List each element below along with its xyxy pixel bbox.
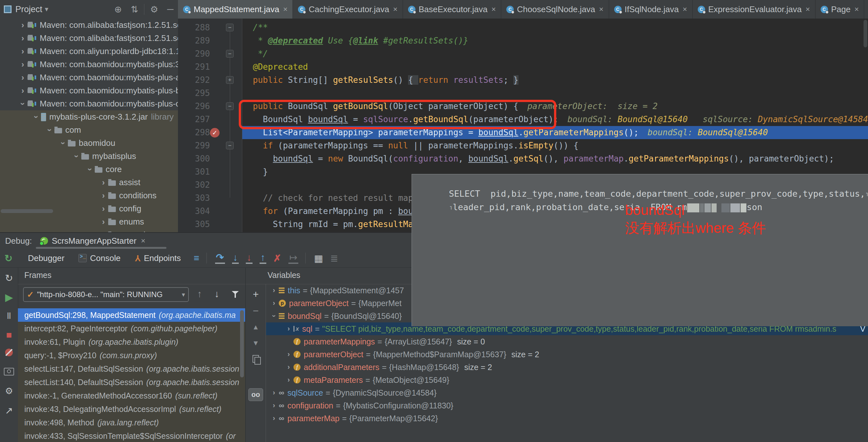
line-number[interactable]: 289 [178,34,210,47]
stack-frame-row[interactable]: query:-1, $Proxy210(com.sun.proxy) [18,349,245,362]
run-to-cursor-button[interactable]: ↦ [288,253,298,264]
line-number[interactable]: 295 [178,87,210,100]
editor-tab[interactable]: CIfSqlNode.java× [609,0,692,19]
project-panel-title[interactable]: Project [16,4,42,14]
line-number[interactable]: 304 [178,205,210,218]
chevron-collapsed-icon[interactable]: › [99,204,107,214]
editor-tab[interactable]: CCachingExecutor.java× [293,0,403,19]
variable-row[interactable]: ›fmetaParameters={MetaObject@15649} [266,374,868,386]
project-tree-item[interactable]: ›mybatis-plus-core-3.1.2.jar library [0,110,178,124]
breakpoint-icon[interactable]: ✓ [210,128,220,138]
project-tree-item[interactable]: ›Maven: com.baomidou:mybatis-plus:3 [0,58,178,71]
resume-button[interactable]: ▶ [0,292,18,303]
chevron-collapsed-icon[interactable]: › [269,414,279,422]
rerun-button[interactable]: ↻ [4,253,12,264]
pause-button[interactable]: ‖ [0,311,18,321]
tab-endpoints[interactable]: YEndpoints [135,253,181,263]
evaluate-expression-button[interactable]: ▦ [314,253,323,264]
close-icon[interactable]: × [283,5,287,14]
tab-console[interactable]: Console [79,253,120,263]
line-number[interactable]: 288 [178,21,210,34]
close-icon[interactable]: × [806,5,810,14]
gear-icon[interactable]: ⚙ [150,4,158,15]
chevron-collapsed-icon[interactable]: › [284,350,293,359]
next-frame-button[interactable]: ↓ [214,288,219,299]
fold-marker-icon[interactable]: − [226,24,234,31]
project-tree-item[interactable]: ›Maven: com.baomidou:mybatis-plus-a [0,71,178,84]
layout-icon[interactable]: ≡ [194,253,199,264]
debug-session-tab[interactable]: ScrsMangerAppStarter [52,236,136,246]
thread-selector[interactable]: ✓ "http-nio-8080-e... "main": RUNNING ▾ [23,287,189,302]
project-tree-item[interactable]: ›Maven: com.baomidou:mybatis-plus-b [0,84,178,97]
chevron-expanded-icon[interactable]: › [85,165,95,174]
duplicate-watch-button[interactable] [246,355,266,364]
close-icon[interactable]: × [141,236,145,245]
chevron-collapsed-icon[interactable]: › [269,388,279,397]
layout-settings-icon[interactable]: ≣ [330,253,338,264]
mute-breakpoints-button[interactable] [0,349,18,358]
line-number[interactable]: 302 [178,178,210,192]
line-number[interactable]: 300 [178,152,210,165]
chevron-expanded-icon[interactable]: › [31,113,41,121]
variable-row[interactable]: ›fadditionalParameters={HashMap@15648}si… [266,361,868,374]
stack-frame-row[interactable]: intercept:82, PageInterceptor(com.github… [18,322,245,335]
fold-marker-icon[interactable]: − [226,50,234,58]
camera-button[interactable] [0,368,18,377]
remove-watch-button[interactable]: − [246,305,266,317]
chevron-collapsed-icon[interactable]: › [269,299,279,307]
editor-scrollbar[interactable] [864,20,867,47]
refresh-icon[interactable]: ↻ [0,272,18,284]
chevron-collapsed-icon[interactable]: › [19,86,27,96]
line-number[interactable]: 298 [178,126,210,139]
variable-row[interactable]: ›fparameterObject={MapperMethod$ParamMap… [266,348,868,361]
chevron-collapsed-icon[interactable]: › [99,191,107,201]
project-tree-item[interactable]: ›Maven: com.aliyun:polardb-jdbc18:1.1 [0,45,178,58]
close-icon[interactable]: × [683,5,687,14]
project-tree-item[interactable]: ›enums [0,215,178,228]
chevron-collapsed-icon[interactable]: › [19,20,27,30]
editor-tab[interactable]: CBaseExecutor.java× [403,0,501,19]
line-number[interactable]: 301 [178,165,210,178]
chevron-expanded-icon[interactable]: › [72,152,82,161]
line-number[interactable]: 299 [178,139,210,152]
editor-tab[interactable]: CPage× [815,0,865,19]
chevron-collapsed-icon[interactable]: › [284,363,293,371]
show-watches-toggle[interactable]: oo [248,388,263,401]
chevron-collapsed-icon[interactable]: › [99,230,107,232]
project-tree-item[interactable]: ›mybatisplus [0,150,178,163]
project-tree-item[interactable]: ›conditions [0,189,178,202]
project-tree-item[interactable]: ›core [0,163,178,176]
chevron-expanded-icon[interactable]: › [18,100,28,108]
line-number[interactable]: 297 [178,113,210,126]
close-icon[interactable]: × [599,5,603,14]
chevron-expanded-icon[interactable]: › [45,126,55,134]
editor-tab[interactable]: CExpressionEvaluator.java× [692,0,815,19]
project-tree-item[interactable]: ›Maven: com.alibaba:fastjson:1.2.51.sec [0,19,178,32]
line-number[interactable]: 296 [178,100,210,113]
step-into-button[interactable]: ↓ [232,253,239,264]
t ab-debugger[interactable]: Debugger [25,253,64,263]
filter-icon[interactable] [232,291,239,294]
chevron-collapsed-icon[interactable]: › [19,46,27,56]
stack-frame-row[interactable]: invoke:43, DelegatingMethodAccessorImpl(… [18,402,245,416]
editor-tab[interactable]: CChooseSqlNode.java× [501,0,609,19]
fold-marker-icon[interactable]: − [226,102,234,110]
chevron-collapsed-icon[interactable]: › [284,325,293,333]
line-number[interactable]: 305 [178,218,210,231]
variable-row[interactable]: ›∞configuration={MybatisConfiguration@11… [266,399,868,412]
fold-marker-icon[interactable]: − [226,142,234,149]
stack-frame-row[interactable]: invoke:61, Plugin(org.apache.ibatis.plug… [18,335,245,349]
close-icon[interactable]: × [393,5,398,14]
drop-frame-button[interactable]: ✗ [273,253,281,264]
stack-frame-row[interactable]: invoke:433, SqlSessionTemplate$SqlSessio… [18,429,245,442]
add-watch-button[interactable]: + [246,288,266,300]
chevron-expanded-icon[interactable]: › [270,311,278,321]
chevron-collapsed-icon[interactable]: › [269,286,279,295]
variable-row[interactable]: ›∞sqlSource={DynamicSqlSource@14584} [266,386,868,399]
force-step-into-button[interactable]: ↓ [246,253,252,264]
line-number[interactable]: 290 [178,47,210,61]
project-tree-item[interactable]: ›Maven: com.baomidou:mybatis-plus-c [0,97,178,110]
chevron-collapsed-icon[interactable]: › [99,177,107,188]
previous-frame-button[interactable]: ↑ [197,288,202,299]
chevron-expanded-icon[interactable]: › [58,139,68,147]
